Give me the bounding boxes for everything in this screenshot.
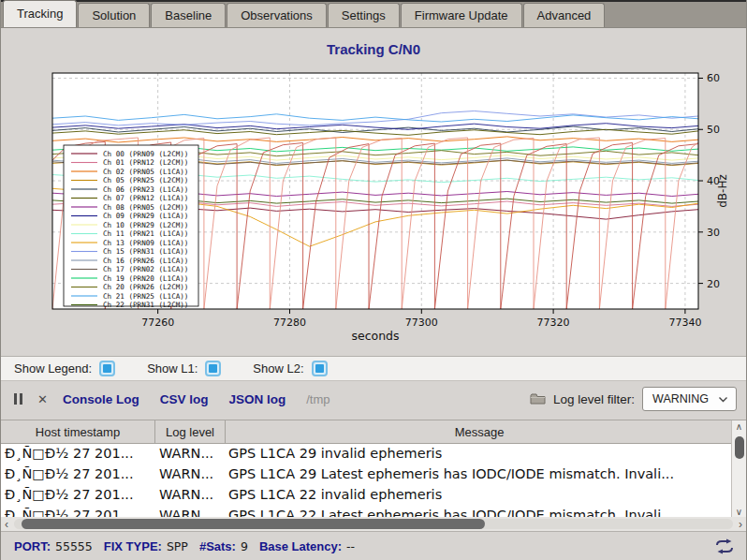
tracking-panel: Tracking C/N0 7726077280773007732077340s… bbox=[1, 28, 746, 356]
sats-value: 9 bbox=[241, 539, 248, 553]
message-cell: GPS L1CA 29 Latest ephemeris has IODC/IO… bbox=[226, 464, 733, 485]
show-legend-checkbox[interactable] bbox=[99, 361, 115, 376]
svg-text:77340: 77340 bbox=[668, 317, 701, 329]
tab-baseline[interactable]: Baseline bbox=[151, 3, 226, 27]
svg-text:Ch 21 (PRN25 (L1CA)): Ch 21 (PRN25 (L1CA)) bbox=[103, 292, 188, 301]
chart-title: Tracking C/N0 bbox=[1, 41, 746, 57]
tab-observations[interactable]: Observations bbox=[227, 3, 327, 27]
port-label: PORT: bbox=[14, 539, 51, 553]
close-icon[interactable]: ✕ bbox=[37, 392, 48, 406]
fix-type-label: FIX TYPE: bbox=[104, 539, 162, 553]
svg-text:30: 30 bbox=[707, 227, 720, 239]
svg-text:60: 60 bbox=[707, 72, 720, 84]
svg-text:Ch 11 (PRN21 (L1CA)): Ch 11 (PRN21 (L1CA)) bbox=[103, 229, 188, 238]
console-log-title: Console Log bbox=[63, 392, 139, 406]
log-table-header: Host timestamp Log level Message bbox=[1, 420, 746, 444]
host-timestamp-cell: Ð¸Ñ□Ð½ 27 201... bbox=[1, 485, 155, 506]
tab-solution[interactable]: Solution bbox=[78, 3, 150, 27]
svg-text:Ch 19 (PRN20 (L1CA)): Ch 19 (PRN20 (L1CA)) bbox=[103, 274, 188, 283]
column-header-message[interactable]: Message bbox=[226, 420, 733, 443]
y-axis-label: dB-Hz bbox=[716, 174, 729, 208]
tab-bar: TrackingSolutionBaselineObservationsSett… bbox=[1, 0, 746, 28]
log-level-filter-label: Log level filter: bbox=[553, 392, 635, 406]
svg-text:Ch 20 (PRN26 (L2CM)): Ch 20 (PRN26 (L2CM)) bbox=[103, 283, 188, 291]
svg-text:Ch 17 (PRN02 (L1CA)): Ch 17 (PRN02 (L1CA)) bbox=[103, 265, 188, 273]
log-row[interactable]: Ð¸Ñ□Ð½ 27 201...WARN...GPS L1CA 22 inval… bbox=[1, 485, 733, 506]
base-latency-value: -- bbox=[346, 539, 355, 553]
checkbox-check-mark bbox=[103, 364, 111, 373]
pause-icon[interactable] bbox=[14, 393, 22, 405]
svg-text:Ch 16 (PRN26 (L1CA)): Ch 16 (PRN26 (L1CA)) bbox=[103, 257, 188, 265]
app-window: TrackingSolutionBaselineObservationsSett… bbox=[0, 0, 747, 560]
json-log-button[interactable]: JSON log bbox=[228, 392, 286, 406]
csv-log-button[interactable]: CSV log bbox=[160, 392, 209, 406]
show-l1-control: Show L1: bbox=[147, 361, 221, 376]
port-value: 55555 bbox=[55, 539, 93, 553]
log-level-cell: WARN... bbox=[155, 444, 226, 464]
log-level-cell: WARN... bbox=[155, 464, 226, 485]
horizontal-scroll-thumb[interactable] bbox=[22, 519, 485, 529]
tab-advanced[interactable]: Advanced bbox=[523, 3, 606, 27]
log-path: /tmp bbox=[306, 392, 330, 406]
column-header-log-level[interactable]: Log level bbox=[155, 420, 226, 443]
svg-text:77300: 77300 bbox=[405, 317, 438, 329]
column-header-host-timestamp[interactable]: Host timestamp bbox=[1, 420, 155, 443]
vertical-scroll-thumb[interactable] bbox=[735, 436, 744, 459]
show-l1-label: Show L1: bbox=[147, 361, 198, 376]
svg-text:Ch 06 (PRN23 (L1CA)): Ch 06 (PRN23 (L1CA)) bbox=[103, 185, 188, 194]
checkbox-check-mark bbox=[315, 364, 324, 373]
svg-text:Ch 10 (PRN29 (L2CM)): Ch 10 (PRN29 (L2CM)) bbox=[103, 221, 188, 229]
scroll-left-icon[interactable]: ‹ bbox=[1, 518, 12, 531]
base-latency-label: Base Latency: bbox=[259, 539, 342, 553]
chart-legend: Ch 00 (PRN09 (L2CM))Ch 01 (PRN12 (L2CM))… bbox=[64, 145, 198, 309]
svg-text:77280: 77280 bbox=[273, 317, 306, 329]
tracking-cn0-chart: 7726077280773007732077340seconds20304050… bbox=[1, 66, 747, 348]
sats-label: #Sats: bbox=[199, 539, 236, 553]
svg-text:Ch 13 (PRN09 (L1CA)): Ch 13 (PRN09 (L1CA)) bbox=[103, 239, 188, 247]
svg-text:Ch 08 (PRN05 (L2CM)): Ch 08 (PRN05 (L2CM)) bbox=[103, 203, 188, 212]
status-bar: PORT: 55555 FIX TYPE: SPP #Sats: 9 Base … bbox=[1, 531, 746, 560]
log-table-body: Ð¸Ñ□Ð½ 27 201...WARN...GPS L1CA 29 inval… bbox=[1, 444, 733, 518]
console-log-table: Host timestamp Log level Message Ð¸Ñ□Ð½ … bbox=[1, 420, 746, 517]
message-cell: GPS L1CA 22 invalid ephemeris bbox=[226, 485, 733, 506]
tab-tracking[interactable]: Tracking bbox=[3, 0, 77, 27]
show-l1-checkbox[interactable] bbox=[205, 361, 221, 376]
horizontal-scroll-track[interactable] bbox=[14, 519, 733, 529]
message-cell: GPS L1CA 29 invalid ephemeris bbox=[226, 444, 733, 464]
tab-settings[interactable]: Settings bbox=[328, 3, 400, 27]
tab-firmware-update[interactable]: Firmware Update bbox=[401, 3, 522, 27]
svg-text:Ch 00 (PRN09 (L2CM)): Ch 00 (PRN09 (L2CM)) bbox=[103, 150, 188, 158]
host-timestamp-cell: Ð¸Ñ□Ð½ 27 201... bbox=[1, 464, 155, 485]
checkbox-check-mark bbox=[209, 364, 217, 373]
show-legend-control: Show Legend: bbox=[14, 361, 115, 376]
svg-text:Ch 15 (PRN31 (L1CA)): Ch 15 (PRN31 (L1CA)) bbox=[103, 247, 188, 256]
log-level-cell: WARN... bbox=[155, 485, 226, 506]
svg-text:Ch 07 (PRN12 (L1CA)): Ch 07 (PRN12 (L1CA)) bbox=[103, 194, 188, 202]
svg-text:50: 50 bbox=[707, 124, 720, 136]
log-level-filter-select[interactable]: WARNING bbox=[642, 387, 737, 411]
scroll-up-icon[interactable]: ∧ bbox=[736, 420, 742, 433]
svg-text:77320: 77320 bbox=[537, 317, 570, 329]
show-l2-control: Show L2: bbox=[253, 361, 327, 376]
folder-icon[interactable] bbox=[530, 392, 547, 405]
show-l2-checkbox[interactable] bbox=[312, 361, 328, 376]
x-axis-label: seconds bbox=[351, 329, 399, 343]
log-row[interactable]: Ð¸Ñ□Ð½ 27 201...WARN...GPS L1CA 29 Lates… bbox=[1, 464, 733, 485]
svg-text:Ch 05 (PRN25 (L2CM)): Ch 05 (PRN25 (L2CM)) bbox=[103, 176, 188, 184]
horizontal-scrollbar[interactable]: ‹ › bbox=[1, 517, 746, 531]
chart-controls: Show Legend:Show L1:Show L2: bbox=[1, 356, 746, 381]
vertical-scrollbar[interactable]: ∧ ∨ bbox=[731, 420, 746, 518]
svg-text:Ch 01 (PRN12 (L2CM)): Ch 01 (PRN12 (L2CM)) bbox=[103, 158, 188, 167]
host-timestamp-cell: Ð¸Ñ□Ð½ 27 201... bbox=[1, 444, 155, 464]
console-toolbar: ✕ Console Log CSV log JSON log /tmp Log … bbox=[1, 382, 746, 416]
chevron-down-icon bbox=[718, 396, 728, 403]
svg-text:20: 20 bbox=[707, 278, 720, 290]
show-legend-label: Show Legend: bbox=[14, 361, 92, 376]
svg-text:77260: 77260 bbox=[141, 317, 174, 329]
show-l2-label: Show L2: bbox=[253, 361, 303, 376]
refresh-icon[interactable] bbox=[714, 538, 735, 554]
log-row[interactable]: Ð¸Ñ□Ð½ 27 201...WARN...GPS L1CA 29 inval… bbox=[1, 444, 733, 464]
fix-type-value: SPP bbox=[167, 539, 188, 553]
log-level-filter-value: WARNING bbox=[652, 392, 709, 405]
scroll-right-icon[interactable]: › bbox=[735, 518, 746, 531]
